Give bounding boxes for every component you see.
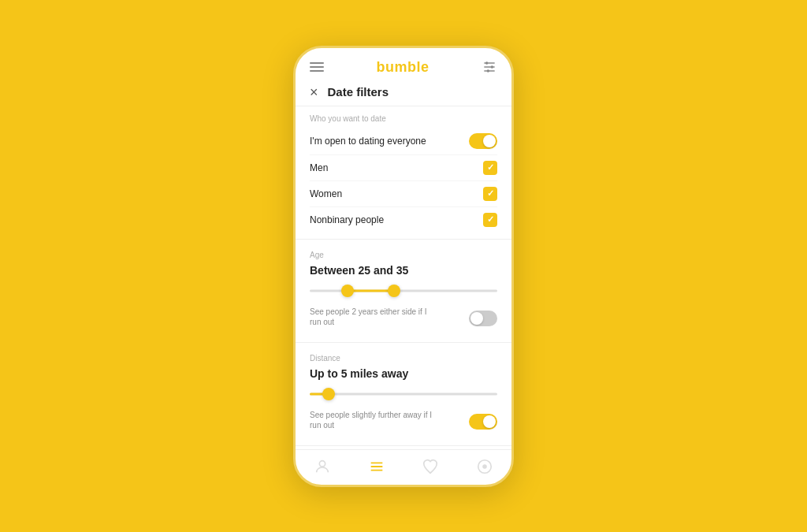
women-row[interactable]: Women — [310, 181, 497, 207]
men-label: Men — [310, 162, 328, 173]
who-to-date-label: Who you want to date — [310, 114, 497, 123]
distance-slider[interactable] — [310, 386, 497, 402]
svg-point-11 — [482, 464, 487, 469]
open-to-all-label: I'm open to dating everyone — [310, 136, 426, 147]
svg-point-4 — [491, 65, 493, 68]
nav-chat[interactable] — [476, 458, 493, 475]
nav-list[interactable] — [368, 458, 385, 475]
nav-person[interactable] — [314, 458, 331, 475]
age-slider-min-thumb[interactable] — [341, 285, 354, 297]
nonbinary-row[interactable]: Nonbinary people — [310, 207, 497, 233]
distance-slider-thumb[interactable] — [322, 388, 335, 400]
page-header: × Date filters — [296, 82, 511, 106]
nav-heart[interactable] — [422, 458, 439, 475]
svg-point-3 — [485, 61, 488, 64]
distance-extend-row[interactable]: See people slightly further away if I ru… — [310, 407, 497, 439]
open-to-all-row[interactable]: I'm open to dating everyone — [310, 128, 497, 155]
distance-section-label: Distance — [310, 354, 497, 363]
hamburger-icon[interactable] — [310, 62, 324, 72]
women-label: Women — [310, 188, 342, 199]
age-extend-label: See people 2 years either side if I run … — [310, 307, 436, 327]
age-extend-toggle[interactable] — [469, 311, 497, 326]
who-to-date-section: Who you want to date I'm open to dating … — [296, 106, 511, 236]
open-to-all-toggle[interactable] — [469, 133, 497, 149]
close-button[interactable]: × — [310, 85, 318, 99]
app-title: bumble — [376, 59, 429, 76]
phone-frame: bumble × Date filters Who you want to da… — [293, 46, 514, 487]
age-section-label: Age — [310, 251, 497, 259]
nonbinary-checkbox[interactable] — [483, 213, 497, 227]
age-section: Age Between 25 and 35 See people 2 years… — [296, 243, 511, 339]
bottom-nav — [296, 449, 511, 485]
distance-extend-label: See people slightly further away if I ru… — [310, 410, 436, 430]
women-checkbox[interactable] — [483, 187, 497, 201]
scroll-content: Who you want to date I'm open to dating … — [296, 106, 511, 449]
top-bar: bumble — [296, 48, 511, 82]
distance-extend-toggle[interactable] — [469, 414, 497, 430]
nonbinary-label: Nonbinary people — [310, 214, 384, 225]
men-checkbox[interactable] — [483, 161, 497, 175]
age-slider-max-thumb[interactable] — [388, 285, 400, 297]
men-row[interactable]: Men — [310, 155, 497, 181]
age-range-label: Between 25 and 35 — [310, 264, 497, 277]
distance-section: Distance Up to 5 miles away See people s… — [296, 346, 511, 442]
distance-range-label: Up to 5 miles away — [310, 367, 497, 380]
sliders-icon[interactable] — [482, 59, 497, 75]
age-slider[interactable] — [310, 283, 497, 299]
svg-point-6 — [320, 460, 325, 466]
svg-point-5 — [487, 69, 489, 72]
page-title: Date filters — [328, 85, 389, 99]
age-extend-row[interactable]: See people 2 years either side if I run … — [310, 303, 497, 336]
